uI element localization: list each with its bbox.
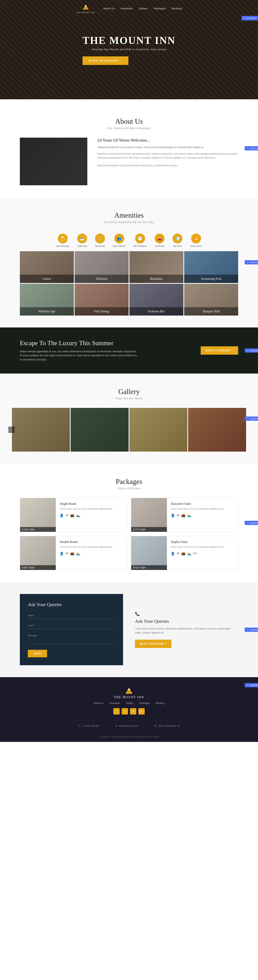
hero-subtitle: Awarded Spa Resort and BnB in Greenville… — [82, 48, 176, 51]
banner-section: Escape To The Luxury This Summer Habeo n… — [0, 328, 258, 374]
package-duplex-price: $ 425 / Night — [131, 565, 167, 570]
gallery-item-2 — [71, 408, 128, 452]
footer-logo-text: THE MOUNT INN — [114, 695, 144, 699]
amenities-customize-button[interactable]: ✎ Customize — [245, 260, 258, 264]
package-double-price: $ 255 / Night — [20, 565, 56, 570]
amenities-section: Amenities Providing Hospitality the Corr… — [0, 197, 258, 328]
footer-linkedin-button[interactable]: in — [130, 708, 136, 714]
about-content: 24 Years Of Warm Welcome... Aliquam susc… — [20, 138, 238, 185]
package-double-img: $ 255 / Night — [20, 536, 56, 570]
footer-twitter-button[interactable]: t — [122, 708, 128, 714]
amenity-coffee-bar: ☕ Coffee Bar — [77, 234, 87, 247]
banner-customize-button[interactable]: ✎ Customize — [245, 348, 258, 353]
amenity-card-banquet[interactable]: Banquet Hall — [184, 284, 238, 315]
footer-customize-button[interactable]: ✎ Customize — [245, 683, 258, 687]
logo-text: THE MOUNT INN — [76, 11, 95, 13]
email-icon: ✉ — [115, 725, 117, 727]
pkg-heart-icon: ❤ — [66, 514, 68, 517]
main-nav: THE MOUNT INN About Us Amenities Gallery… — [0, 0, 258, 17]
nav-packages[interactable]: Packages — [154, 7, 166, 10]
amenity-reception: 🕐 24/7 Reception — [133, 234, 147, 247]
banner-text: Escape To The Luxury This Summer Habeo n… — [20, 339, 139, 362]
amenity-card-spa[interactable]: Wellness Spa — [20, 284, 74, 315]
amenity-room-service: 👥 Room Service — [113, 234, 125, 247]
nav-about[interactable]: About Us — [103, 7, 115, 10]
packages-grid: $ 125 / Night Single Room Lorem ipsum do… — [20, 498, 238, 570]
phone-icon: 📞 — [78, 725, 81, 727]
pkg-pool-icon: 🏊 — [187, 514, 192, 517]
gallery-section: Gallery Peek Into Our World ‹ ✎ — [0, 374, 258, 463]
footer-nav-amenities[interactable]: Amenities — [109, 702, 120, 705]
footer-top: THE MOUNT INN About Us Amenities Gallery… — [20, 687, 238, 714]
amenity-card-bar[interactable]: In-house Bar — [130, 284, 184, 315]
package-single-desc: Lorem ipsum dolor sit amet, consectetur … — [60, 507, 123, 511]
query-customize-button[interactable]: ✎ Customize — [245, 627, 258, 632]
footer-nav-booking[interactable]: Booking — [156, 702, 164, 705]
banner-enquiry-button[interactable]: MAKE AN ENQUIRY › — [201, 346, 238, 355]
query-right-text: Lorem ipsum dolor sit amet, consectetur … — [135, 627, 238, 635]
about-para1: Phasellus accumsan mauris id amet urna p… — [97, 152, 238, 160]
amenities-title: Amenities — [20, 211, 238, 220]
nav-amenities[interactable]: Amenities — [121, 7, 133, 10]
pkg-pool-icon: 🏊 — [187, 552, 192, 555]
query-name-input[interactable] — [28, 612, 115, 619]
hero-enquiry-button[interactable]: MAKE AN ENQUIRY › — [82, 56, 128, 65]
package-single-price: $ 125 / Night — [20, 527, 56, 532]
amenities-subtitle: Providing Hospitality the Correct Way — [20, 221, 238, 224]
pkg-pool-icon: 🏊 — [76, 552, 80, 555]
footer-copyright: Copyright © 2024 Hotel and BnB | Powered… — [20, 735, 238, 738]
packages-subtitle: Choice Of Rooms — [20, 487, 238, 490]
package-double-amenities: 👤 ❤ 💼 🏊 — [60, 552, 123, 555]
gallery-wrapper: ‹ — [12, 408, 246, 452]
footer-address-text: 34-D, Greenville, NJ — [158, 725, 180, 727]
gallery-item-4 — [188, 408, 246, 452]
footer-googleplus-button[interactable]: g+ — [138, 708, 145, 714]
gallery-customize-button[interactable]: ✎ Customize — [245, 417, 258, 421]
package-executive-suite: $ 175 / Night Executive Suite Lorem ipsu… — [131, 498, 238, 532]
query-phone-icon: 📞 — [135, 611, 238, 616]
booking-button[interactable]: MAKE A BOOKING ▾ — [135, 640, 171, 648]
packages-header: Packages Choice Of Rooms — [20, 468, 238, 494]
query-message-input[interactable] — [28, 632, 115, 644]
amenity-hair-dryer: 💨 Hair Dryer — [173, 234, 182, 247]
about-para2: Delet decore repudiare id mai, homen sua… — [97, 164, 238, 167]
pkg-bag-icon: 💼 — [70, 552, 74, 555]
package-double-room: $ 255 / Night Double Room Lorem ipsum do… — [20, 536, 127, 570]
package-single-amenities: 👤 ❤ 💼 🏊 — [60, 514, 123, 517]
about-title: About Us — [20, 117, 238, 126]
amenity-card-linens[interactable]: Linens — [20, 251, 74, 283]
amenity-card-breakfast[interactable]: Breakfast — [130, 251, 184, 283]
amenity-card-toiletries[interactable]: Toiletries — [74, 251, 128, 283]
nav-logo: THE MOUNT INN — [76, 3, 95, 13]
pkg-dining-icon: 🍽 — [193, 552, 196, 555]
package-executive-name: Executive Suite — [171, 502, 234, 506]
about-header: About Us Our Tradition Of Best Hospitali… — [20, 107, 238, 134]
query-email-input[interactable] — [28, 622, 115, 629]
footer-nav: About Us Amenities Gallery Packages Book… — [94, 702, 164, 705]
about-customize-button[interactable]: ✎ Customize — [245, 146, 258, 150]
nav-gallery[interactable]: Gallery — [139, 7, 148, 10]
footer-facebook-button[interactable]: f — [113, 708, 120, 714]
package-duplex-name: Duplex Suite — [171, 540, 234, 544]
banner-para: Habeo namque appellantyr du usu, usu put… — [20, 350, 139, 362]
pkg-person-icon: 👤 — [171, 514, 175, 517]
packages-customize-button[interactable]: ✎ Customize — [245, 521, 258, 525]
package-executive-amenities: 👤 ❤ 💼 🏊 — [171, 514, 234, 517]
amenity-card-dining[interactable]: Fine Dining — [74, 284, 128, 315]
pkg-bag-icon: 💼 — [181, 552, 185, 555]
gallery-item-3 — [130, 408, 187, 452]
query-submit-button[interactable]: SEND — [28, 650, 47, 657]
gallery-prev-arrow[interactable]: ‹ — [8, 426, 15, 433]
footer-nav-about[interactable]: About Us — [94, 702, 103, 705]
footer-nav-gallery[interactable]: Gallery — [126, 702, 133, 705]
footer-nav-packages[interactable]: Packages — [139, 702, 150, 705]
nav-booking[interactable]: Booking — [172, 7, 182, 10]
gallery-subtitle: Peek Into Our World — [12, 397, 246, 400]
package-single-info: Single Room Lorem ipsum dolor sit amet, … — [56, 498, 127, 532]
package-double-info: Double Room Lorem ipsum dolor sit amet, … — [56, 536, 127, 570]
svg-marker-2 — [125, 687, 133, 694]
gallery-title: Gallery — [12, 387, 246, 396]
amenity-card-pool[interactable]: Swimming Pool — [184, 251, 238, 283]
footer-email-text: info@domain.com — [119, 725, 138, 727]
location-icon: 📍 — [154, 725, 157, 727]
